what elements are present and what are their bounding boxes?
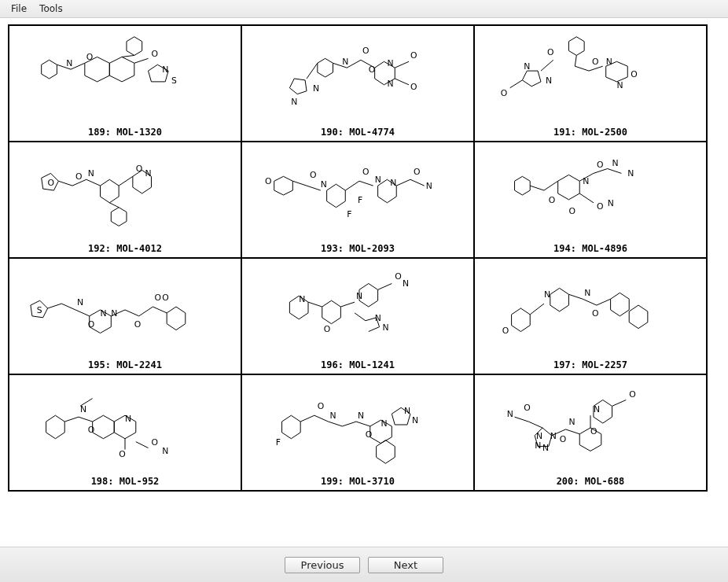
svg-line-108 xyxy=(125,310,139,316)
svg-text:N: N xyxy=(426,181,432,191)
svg-line-92 xyxy=(608,168,622,173)
svg-line-99 xyxy=(48,304,62,308)
svg-marker-0 xyxy=(42,60,57,79)
svg-text:N: N xyxy=(546,76,552,86)
svg-text:N: N xyxy=(403,278,409,289)
svg-text:O: O xyxy=(549,195,556,205)
molecule-grid: N O O NS 189: MOL-1320 NN xyxy=(8,24,708,492)
svg-line-64 xyxy=(292,181,307,186)
menu-file[interactable]: File xyxy=(5,2,33,16)
svg-text:F: F xyxy=(347,209,351,219)
svg-line-150 xyxy=(136,442,149,448)
svg-text:O: O xyxy=(75,171,83,182)
svg-text:O: O xyxy=(547,47,554,57)
svg-line-160 xyxy=(329,422,343,426)
svg-text:O: O xyxy=(134,319,142,330)
svg-marker-81 xyxy=(515,176,531,195)
molecule-cell[interactable]: O O N F O N N O N F 193: MOL-2093 xyxy=(241,142,474,258)
svg-text:N: N xyxy=(162,446,168,456)
svg-line-163 xyxy=(356,422,370,426)
svg-text:O: O xyxy=(631,69,638,79)
svg-line-94 xyxy=(579,193,594,203)
svg-text:N: N xyxy=(80,404,86,414)
svg-text:N: N xyxy=(568,417,575,427)
molecule-cell[interactable]: NN O O O N ON 191: MOL-2500 xyxy=(474,25,707,142)
svg-text:N: N xyxy=(542,443,549,453)
svg-marker-138 xyxy=(611,293,630,316)
molecule-caption: 194: MOL-4896 xyxy=(475,241,706,257)
molecule-caption: 193: MOL-2093 xyxy=(242,241,473,257)
svg-line-123 xyxy=(378,284,392,290)
svg-text:O: O xyxy=(369,64,376,75)
svg-text:N: N xyxy=(88,168,94,179)
molecule-caption: 190: MOL-4774 xyxy=(242,125,473,141)
svg-line-17 xyxy=(307,63,318,79)
svg-marker-39 xyxy=(568,37,584,56)
svg-marker-14 xyxy=(289,79,307,94)
svg-text:O: O xyxy=(524,403,531,413)
menubar: File Tools xyxy=(0,0,728,18)
svg-line-102 xyxy=(75,310,90,316)
svg-line-28 xyxy=(395,61,409,68)
svg-line-30 xyxy=(395,79,409,85)
svg-text:N: N xyxy=(342,57,348,67)
svg-text:O: O xyxy=(590,426,597,436)
svg-line-110 xyxy=(139,307,153,316)
molecule-cell[interactable]: N O NNNN ON O N O 200: MOL-688 xyxy=(474,374,707,491)
svg-text:N: N xyxy=(330,411,336,421)
svg-line-21 xyxy=(347,60,361,68)
svg-text:O: O xyxy=(597,201,604,212)
svg-text:O: O xyxy=(318,401,325,411)
svg-text:O: O xyxy=(568,206,575,216)
molecule-cell[interactable]: N O N ON NN 196: MOL-1241 xyxy=(241,258,474,374)
svg-text:N: N xyxy=(291,97,297,107)
svg-marker-18 xyxy=(318,58,333,77)
molecule-cell[interactable]: N O N O ON 198: MOL-952 xyxy=(9,374,241,491)
molecule-cell[interactable]: O O N O N 192: MOL-4012 xyxy=(9,142,241,258)
svg-text:N: N xyxy=(321,179,327,190)
svg-line-56 xyxy=(119,176,133,186)
svg-line-158 xyxy=(314,415,329,422)
svg-text:N: N xyxy=(375,313,381,323)
svg-line-76 xyxy=(396,179,410,186)
svg-text:O: O xyxy=(410,82,417,92)
molecule-structure-icon: N O NNNN ON O N O xyxy=(475,375,706,474)
svg-text:N: N xyxy=(358,411,364,421)
svg-text:N: N xyxy=(404,406,410,416)
svg-text:O: O xyxy=(592,308,599,319)
svg-text:O: O xyxy=(151,437,158,448)
svg-text:F: F xyxy=(276,437,281,448)
next-button[interactable]: Next xyxy=(368,557,443,573)
svg-line-78 xyxy=(410,179,425,186)
svg-marker-85 xyxy=(558,175,580,200)
svg-line-112 xyxy=(153,307,167,313)
molecule-cell[interactable]: F O N N O N NN 199: MOL-3710 xyxy=(241,374,474,491)
molecule-cell[interactable]: N O O NS 189: MOL-1320 xyxy=(9,25,241,142)
svg-text:N: N xyxy=(299,294,305,304)
svg-marker-118 xyxy=(322,300,341,324)
footer-toolbar: Previous Next xyxy=(0,547,728,582)
svg-marker-63 xyxy=(274,176,293,195)
molecule-caption: 191: MOL-2500 xyxy=(475,125,706,141)
svg-text:N: N xyxy=(584,288,590,298)
molecule-cell[interactable]: S N O NN O O O 195: MOL-2241 xyxy=(9,258,241,374)
molecule-structure-icon: NN N O O NN O O xyxy=(242,26,473,125)
molecule-structure-icon: N O N ON NN xyxy=(242,259,473,358)
molecule-cell[interactable]: O ON O N N O N 194: MOL-4896 xyxy=(474,142,707,258)
svg-text:N: N xyxy=(507,409,513,419)
svg-text:N: N xyxy=(101,308,107,319)
svg-text:N: N xyxy=(313,83,319,94)
molecule-cell[interactable]: O N N O 197: MOL-2257 xyxy=(474,258,707,374)
svg-text:O: O xyxy=(119,449,126,459)
svg-line-7 xyxy=(134,58,149,63)
previous-button[interactable]: Previous xyxy=(285,557,360,573)
svg-text:S: S xyxy=(171,76,177,86)
svg-marker-55 xyxy=(101,179,119,203)
molecule-cell[interactable]: NN N O O NN O O 190: MOL-4774 xyxy=(241,25,474,142)
svg-text:O: O xyxy=(136,164,143,174)
svg-text:N: N xyxy=(387,79,393,89)
svg-text:O: O xyxy=(324,324,331,334)
menu-tools[interactable]: Tools xyxy=(33,2,69,16)
svg-text:N: N xyxy=(524,61,530,72)
svg-line-3 xyxy=(71,63,85,69)
